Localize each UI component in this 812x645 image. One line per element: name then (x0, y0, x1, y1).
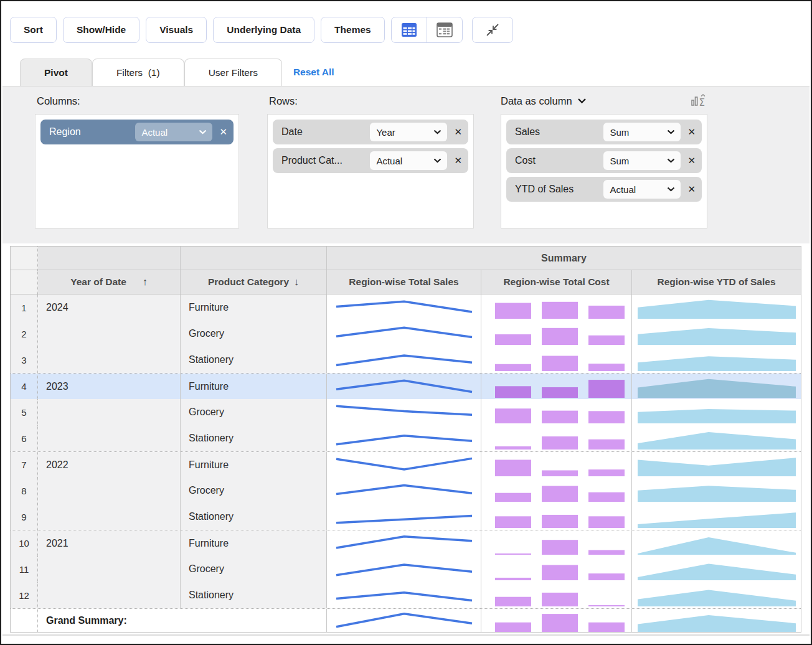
ytd-sparkline-cell[interactable] (632, 347, 801, 373)
visuals-button[interactable]: Visuals (146, 17, 207, 43)
total-cost-header[interactable]: Region-wise Total Cost (481, 270, 632, 294)
year-cell[interactable]: 2021 (38, 530, 181, 556)
year-cell[interactable] (38, 399, 181, 425)
show-hide-button[interactable]: Show/Hide (63, 17, 139, 43)
table-row[interactable]: 12Stationery (11, 582, 801, 608)
product-cell[interactable]: Grocery (181, 478, 327, 504)
table-row[interactable]: 2Grocery (11, 321, 801, 347)
product-cell[interactable]: Stationery (181, 504, 327, 530)
cost-sparkline-cell[interactable] (481, 556, 632, 582)
product-cell[interactable]: Stationery (181, 347, 327, 373)
cost-sparkline-cell[interactable] (481, 399, 632, 425)
ytd-sparkline-cell[interactable] (632, 321, 801, 347)
cost-sparkline-cell[interactable] (481, 478, 632, 504)
sales-sparkline-cell[interactable] (327, 556, 481, 582)
product-cell[interactable]: Furniture (181, 530, 327, 556)
chip-mode-dropdown[interactable]: Sum (603, 123, 681, 141)
product-cell[interactable]: Grocery (181, 399, 327, 425)
chip-remove-icon[interactable]: ✕ (219, 126, 227, 138)
cost-sparkline-cell[interactable] (481, 530, 632, 556)
year-cell[interactable] (38, 478, 181, 504)
ytd-sparkline-cell[interactable] (632, 425, 801, 451)
sort-asc-icon[interactable]: ↑ (143, 276, 148, 288)
ytd-sparkline-cell[interactable] (632, 374, 801, 399)
table-row[interactable]: 3Stationery (11, 347, 801, 373)
ytd-sparkline-cell[interactable] (632, 294, 801, 321)
chevron-down-icon[interactable] (577, 98, 587, 104)
pivot-view-icon[interactable] (427, 17, 462, 42)
tab-user-filters[interactable]: User Filters (184, 59, 282, 86)
reset-all-link[interactable]: Reset All (282, 59, 339, 86)
product-cell[interactable]: Furniture (181, 452, 327, 478)
year-cell[interactable]: 2022 (38, 452, 181, 478)
cost-sparkline-cell[interactable] (481, 452, 632, 478)
table-row[interactable]: 5Grocery (11, 399, 801, 425)
product-cell[interactable]: Furniture (181, 294, 327, 321)
collapse-button[interactable] (472, 17, 513, 43)
ytd-sales-header[interactable]: Region-wise YTD of Sales (632, 270, 801, 294)
table-row[interactable]: 72022Furniture (11, 451, 801, 478)
sales-sparkline-cell[interactable] (327, 452, 481, 478)
product-cell[interactable]: Grocery (181, 321, 327, 347)
ytd-sparkline-cell[interactable] (632, 399, 801, 425)
year-cell[interactable] (38, 556, 181, 582)
product-cell[interactable]: Grocery (181, 556, 327, 582)
sales-sparkline-cell[interactable] (327, 504, 481, 530)
rows-chip-product-category[interactable]: Product Cat... Actual ✕ (273, 148, 468, 173)
underlying-data-button[interactable]: Underlying Data (213, 17, 314, 43)
data-chip-ytd-of-sales[interactable]: YTD of Sales Actual ✕ (506, 177, 702, 202)
sort-button[interactable]: Sort (10, 17, 57, 43)
themes-button[interactable]: Themes (321, 17, 385, 43)
columns-dropzone[interactable]: Region Actual ✕ (35, 114, 239, 228)
sales-sparkline-cell[interactable] (327, 347, 481, 373)
table-row[interactable]: 102021Furniture (11, 530, 801, 556)
chip-mode-dropdown[interactable]: Actual (370, 151, 447, 170)
chip-mode-dropdown[interactable]: Actual (135, 123, 212, 141)
data-chip-sales[interactable]: Sales Sum ✕ (506, 120, 702, 144)
year-cell[interactable]: 2023 (38, 374, 181, 399)
ytd-sparkline-cell[interactable] (632, 556, 801, 582)
rows-dropzone[interactable]: Date Year ✕ Product Cat... Actual ✕ (267, 114, 474, 228)
year-cell[interactable] (38, 321, 181, 347)
table-row[interactable]: 12024Furniture (11, 294, 801, 321)
year-of-date-header[interactable]: Year of Date ↑ (38, 270, 181, 294)
ytd-sparkline-cell[interactable] (632, 452, 801, 478)
sales-sparkline-cell[interactable] (327, 321, 481, 347)
product-cell[interactable]: Stationery (181, 582, 327, 608)
cost-sparkline-cell[interactable] (481, 582, 632, 608)
cost-sparkline-cell[interactable] (481, 504, 632, 530)
table-row[interactable]: 6Stationery (11, 425, 801, 451)
ytd-sparkline-cell[interactable] (632, 582, 801, 608)
data-dropzone[interactable]: Sales Sum ✕ Cost Sum ✕ YTD of Sales Actu… (501, 114, 707, 228)
chip-mode-dropdown[interactable]: Year (370, 123, 447, 141)
table-row[interactable]: 42023Furniture (11, 373, 801, 399)
sales-sparkline-cell[interactable] (327, 374, 481, 399)
tab-pivot[interactable]: Pivot (20, 59, 92, 86)
chip-remove-icon[interactable]: ✕ (687, 184, 696, 195)
data-as-column-label[interactable]: Data as column (501, 95, 572, 107)
cost-sparkline-cell[interactable] (481, 374, 632, 399)
year-cell[interactable] (38, 347, 181, 373)
chip-mode-dropdown[interactable]: Actual (603, 180, 681, 199)
year-cell[interactable] (38, 504, 181, 530)
product-category-header[interactable]: Product Category ↓ (181, 270, 327, 294)
sales-sparkline-cell[interactable] (327, 425, 481, 451)
chip-remove-icon[interactable]: ✕ (454, 126, 462, 138)
table-row[interactable]: 8Grocery (11, 478, 801, 504)
table-row[interactable]: 11Grocery (11, 556, 801, 582)
sales-sparkline-cell[interactable] (327, 294, 481, 321)
cost-sparkline-cell[interactable] (481, 321, 632, 347)
data-chip-cost[interactable]: Cost Sum ✕ (506, 148, 702, 173)
cost-sparkline-cell[interactable] (481, 425, 632, 451)
cost-sparkline-cell[interactable] (481, 347, 632, 373)
chip-remove-icon[interactable]: ✕ (687, 155, 696, 166)
product-cell[interactable]: Furniture (181, 374, 327, 399)
table-view-icon[interactable] (392, 17, 427, 42)
sales-sparkline-cell[interactable] (327, 399, 481, 425)
sales-sparkline-cell[interactable] (327, 582, 481, 608)
cost-sparkline-cell[interactable] (481, 294, 632, 321)
year-cell[interactable] (38, 582, 181, 608)
product-cell[interactable]: Stationery (181, 425, 327, 451)
chip-mode-dropdown[interactable]: Sum (603, 151, 681, 170)
total-sales-header[interactable]: Region-wise Total Sales (327, 270, 481, 294)
